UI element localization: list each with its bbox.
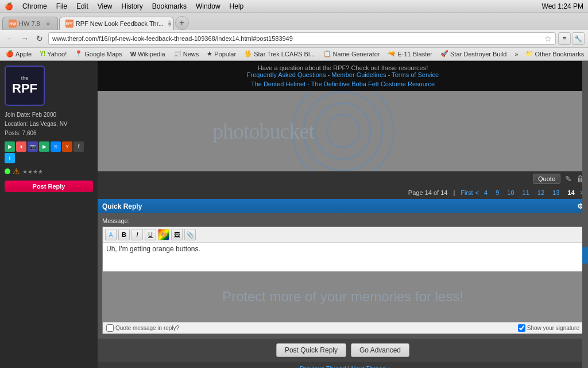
page-11[interactable]: 11 xyxy=(520,189,532,197)
pb-logo-name: photobucket xyxy=(212,118,314,144)
forward-button[interactable]: → xyxy=(18,32,31,45)
page-lt[interactable]: < xyxy=(475,189,479,196)
page-12[interactable]: 12 xyxy=(535,189,547,197)
tab-rpf-close[interactable]: × xyxy=(168,20,171,27)
bookmark-star[interactable]: ☆ xyxy=(544,34,552,43)
tab-rpf[interactable]: RPF RPF New Look Feedback Thr... × xyxy=(59,17,174,30)
pb-tagline-area: Protect more of your memories for less! xyxy=(103,271,583,322)
menu-file[interactable]: File xyxy=(56,2,67,10)
post-reply-button[interactable]: Post Reply xyxy=(5,181,93,192)
menu-help[interactable]: Help xyxy=(230,2,244,10)
menu-window[interactable]: Window xyxy=(196,2,220,10)
nav-actions: ≡ 🔧 xyxy=(558,32,585,45)
quote-checkbox-text: Quote message in reply? xyxy=(115,325,179,331)
quick-reply-body: Message: A B I U 🎨 🖼 📎 Uh, I'm getting o… xyxy=(98,213,588,339)
bookmarks-more[interactable]: » xyxy=(512,49,520,59)
edit-button[interactable]: ✎ xyxy=(565,174,572,183)
page-content: the RPF Join Date: Feb 2000 Location: La… xyxy=(0,61,588,368)
wrench-button[interactable]: 🔧 xyxy=(572,32,585,45)
scrollbar-track[interactable] xyxy=(582,61,588,368)
logo-the: the xyxy=(21,75,29,81)
location: Location: Las Vegas, NV xyxy=(5,120,93,129)
menu-view[interactable]: View xyxy=(98,2,113,10)
prev-thread-link[interactable]: « Previous Thread xyxy=(295,365,346,368)
next-thread-link[interactable]: Next Thread » xyxy=(351,365,392,368)
user-icon-3[interactable]: 📷 xyxy=(28,141,38,152)
first-page[interactable]: First xyxy=(461,189,473,196)
post-quick-reply-button[interactable]: Post Quick Reply xyxy=(276,343,346,357)
new-tab-button[interactable]: + xyxy=(175,16,189,30)
user-icon-1[interactable]: ▶ xyxy=(5,141,15,152)
tos-link[interactable]: Terms of Service xyxy=(392,71,439,78)
page-4[interactable]: 4 xyxy=(481,189,490,197)
bookmark-googlemaps[interactable]: 📍Google Maps xyxy=(71,49,125,59)
rpf-info-links: Frequently Asked Questions - Member Guid… xyxy=(101,71,585,78)
sig-checkbox-label[interactable]: Show your signature xyxy=(518,324,579,332)
bookmark-yahoo[interactable]: Y!Yahoo! xyxy=(36,49,70,59)
status-icons: ⚠ ★★★★ xyxy=(5,167,93,176)
scrollbar-thumb[interactable] xyxy=(582,247,588,264)
toolbar-italic[interactable]: I xyxy=(131,229,143,240)
quote-checkbox-label[interactable]: Quote message in reply? xyxy=(106,324,179,332)
page-10[interactable]: 10 xyxy=(504,189,517,197)
user-icon-5[interactable]: S xyxy=(51,141,61,152)
bookmark-apple[interactable]: 🍎Apple xyxy=(2,49,35,59)
member-guidelines-link[interactable]: Member Guidelines xyxy=(331,71,386,78)
bookmark-startrek[interactable]: 🖖Star Trek LCARS Bl... xyxy=(241,49,318,59)
menu-history[interactable]: History xyxy=(122,2,143,10)
bookmarks-bar: 🍎Apple Y!Yahoo! 📍Google Maps WWikipedia … xyxy=(0,48,588,60)
dented-helmet-link[interactable]: The Dented Helmet - The Definitive Boba … xyxy=(251,80,435,87)
bookmark-other[interactable]: 📁Other Bookmarks xyxy=(522,49,588,59)
toolbar-bold[interactable]: B xyxy=(118,229,130,240)
settings-button[interactable]: ≡ xyxy=(558,32,571,45)
menu-clock: Wed 1:24 PM xyxy=(542,2,583,10)
quote-checkbox[interactable] xyxy=(106,324,114,332)
page-13[interactable]: 13 xyxy=(550,189,562,197)
menu-bookmarks[interactable]: Bookmarks xyxy=(152,2,187,10)
faq-link[interactable]: Frequently Asked Questions xyxy=(247,71,326,78)
mac-menubar: 🍎 Chrome File Edit View History Bookmark… xyxy=(0,0,588,13)
page-9[interactable]: 9 xyxy=(493,189,502,197)
address-bar[interactable]: www.therpf.com/f16/rpf-new-look-feedback… xyxy=(48,32,556,45)
warning-icon[interactable]: ⚠ xyxy=(13,167,20,176)
user-info: Join Date: Feb 2000 Location: Las Vegas,… xyxy=(5,110,93,138)
apple-menu[interactable]: 🍎 xyxy=(5,2,13,10)
bookmark-wikipedia[interactable]: WWikipedia xyxy=(127,49,169,59)
tab-hw-close[interactable]: × xyxy=(45,20,52,27)
menu-edit[interactable]: Edit xyxy=(76,2,88,10)
back-button[interactable]: ← xyxy=(3,32,16,45)
user-icon-4[interactable]: ▶ xyxy=(39,141,49,152)
bookmark-news[interactable]: 📰News xyxy=(170,49,203,59)
toolbar-font[interactable]: A xyxy=(105,229,117,240)
tab-hw-favicon: HW xyxy=(9,20,17,28)
tab-hw[interactable]: HW HW 7.8 × xyxy=(2,17,58,30)
quote-button[interactable]: Quote xyxy=(533,174,560,184)
sidebar: the RPF Join Date: Feb 2000 Location: La… xyxy=(0,61,98,368)
pb-circle-4 xyxy=(326,114,360,148)
bookmark-e11[interactable]: 🔫E-11 Blaster xyxy=(384,49,436,59)
toolbar-link[interactable]: 📎 xyxy=(184,229,196,240)
status-online xyxy=(5,168,10,174)
toolbar-color[interactable]: 🎨 xyxy=(158,229,169,240)
bookmark-popular[interactable]: ★Popular xyxy=(203,49,239,59)
page-label: Page 14 of 14 xyxy=(408,189,448,196)
user-icon-7[interactable]: f xyxy=(74,141,84,152)
toolbar-image[interactable]: 🖼 xyxy=(171,229,183,240)
pb-logo-text: photobucket xyxy=(212,118,314,144)
toolbar-underline[interactable]: U xyxy=(145,229,156,240)
tab-bar: HW HW 7.8 × RPF RPF New Look Feedback Th… xyxy=(0,13,588,30)
user-icon-6[interactable]: Y xyxy=(62,141,72,152)
message-input[interactable]: Uh, I'm getting orange buttons. xyxy=(103,243,583,271)
tab-hw-label: HW 7.8 xyxy=(19,20,40,27)
go-advanced-button[interactable]: Go Advanced xyxy=(351,343,409,357)
bookmark-namegen[interactable]: 📋Name Generator xyxy=(320,49,384,59)
sig-checkbox[interactable] xyxy=(518,324,525,332)
refresh-button[interactable]: ↻ xyxy=(33,32,46,45)
menu-chrome[interactable]: Chrome xyxy=(22,2,47,10)
user-icon-2[interactable]: ♦ xyxy=(16,141,26,152)
bookmark-stardestroyer[interactable]: 🚀Star Destroyer Build xyxy=(437,49,510,59)
nav-bar: ← → ↻ www.therpf.com/f16/rpf-new-look-fe… xyxy=(0,30,588,48)
user-icon-8[interactable]: t xyxy=(5,153,15,163)
pagination-bar: Page 14 of 14 | First < 4 9 10 11 12 13 … xyxy=(98,186,588,199)
pagination-separator: | xyxy=(453,189,455,196)
